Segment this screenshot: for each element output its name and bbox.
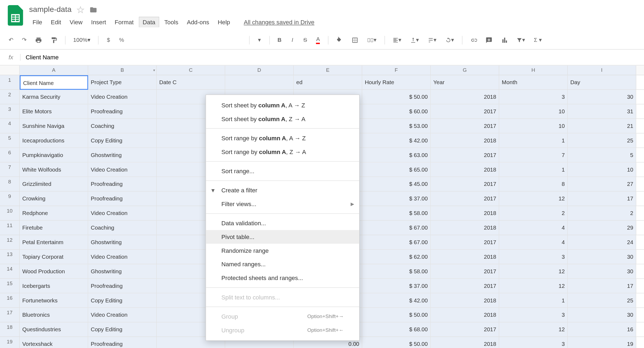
cell-13-F[interactable]: $ 62.00 bbox=[362, 250, 431, 264]
row-header-14[interactable]: 14 bbox=[0, 264, 20, 279]
cell-8-B[interactable]: Proofreading bbox=[88, 177, 157, 192]
col-header-I[interactable]: I bbox=[568, 66, 636, 75]
undo-button[interactable]: ↶ bbox=[5, 34, 17, 46]
zoom-select[interactable]: 100% ▾ bbox=[70, 35, 94, 45]
cell-11-J[interactable] bbox=[636, 221, 644, 235]
cell-2-F[interactable]: $ 50.00 bbox=[362, 90, 431, 104]
cell-17-B[interactable]: Video Creation bbox=[88, 308, 157, 322]
cell-1-H[interactable]: Month bbox=[499, 75, 568, 90]
doc-title[interactable]: sample-data bbox=[29, 5, 72, 14]
cell-13-J[interactable] bbox=[636, 250, 644, 264]
star-icon[interactable] bbox=[77, 6, 85, 13]
menu-edit[interactable]: Edit bbox=[47, 17, 65, 27]
cell-3-A[interactable]: Elite Motors bbox=[20, 104, 88, 119]
cell-7-H[interactable]: 1 bbox=[499, 162, 568, 177]
cell-1-I[interactable]: Day bbox=[568, 75, 636, 90]
cell-5-B[interactable]: Copy Editing bbox=[88, 134, 157, 148]
cell-2-G[interactable]: 2018 bbox=[431, 90, 499, 104]
row-header-4[interactable]: 4 bbox=[0, 119, 20, 134]
cell-1-A[interactable]: Client Name bbox=[20, 75, 88, 90]
row-header-19[interactable]: 19 bbox=[0, 337, 20, 348]
cell-2-H[interactable]: 3 bbox=[499, 90, 568, 104]
dd-protected[interactable]: Protected sheets and ranges... bbox=[206, 271, 359, 285]
row-header-3[interactable]: 3 bbox=[0, 104, 20, 119]
cell-16-G[interactable]: 2018 bbox=[431, 293, 499, 308]
dd-sort-sheet-za[interactable]: Sort sheet by column A, Z → A bbox=[206, 112, 359, 126]
cell-9-F[interactable]: $ 37.00 bbox=[362, 192, 431, 206]
cell-14-J[interactable] bbox=[636, 264, 644, 279]
cell-9-G[interactable]: 2017 bbox=[431, 192, 499, 206]
row-header-13[interactable]: 13 bbox=[0, 250, 20, 264]
cell-5-H[interactable]: 1 bbox=[499, 134, 568, 148]
cell-11-G[interactable]: 2018 bbox=[431, 221, 499, 235]
cell-8-A[interactable]: Grizzlimited bbox=[20, 177, 88, 192]
row-header-12[interactable]: 12 bbox=[0, 235, 20, 250]
dd-create-filter[interactable]: ▼Create a filter bbox=[206, 183, 359, 197]
cell-19-G[interactable]: 2018 bbox=[431, 337, 499, 348]
folder-icon[interactable] bbox=[89, 6, 97, 13]
dd-filter-views[interactable]: Filter views...▶ bbox=[206, 197, 359, 211]
menu-view[interactable]: View bbox=[66, 17, 86, 27]
row-header-10[interactable]: 10 bbox=[0, 206, 20, 221]
cell-4-B[interactable]: Coaching bbox=[88, 119, 157, 134]
cell-16-H[interactable]: 1 bbox=[499, 293, 568, 308]
cell-8-I[interactable]: 27 bbox=[568, 177, 636, 192]
cell-1-E[interactable]: ed bbox=[294, 75, 362, 90]
row-header-18[interactable]: 18 bbox=[0, 322, 20, 337]
cell-7-I[interactable]: 10 bbox=[568, 162, 636, 177]
cell-19-A[interactable]: Vortexshack bbox=[20, 337, 88, 348]
col-header-F[interactable]: F bbox=[362, 66, 431, 75]
cell-4-F[interactable]: $ 53.00 bbox=[362, 119, 431, 134]
cell-6-H[interactable]: 7 bbox=[499, 148, 568, 162]
cell-2-I[interactable]: 30 bbox=[568, 90, 636, 104]
cell-4-J[interactable] bbox=[636, 119, 644, 134]
strikethrough-button[interactable]: S bbox=[300, 34, 311, 46]
halign-button[interactable]: ▾ bbox=[389, 34, 405, 46]
row-header-15[interactable]: 15 bbox=[0, 279, 20, 293]
cell-6-F[interactable]: $ 63.00 bbox=[362, 148, 431, 162]
row-header-7[interactable]: 7 bbox=[0, 162, 20, 177]
cell-5-J[interactable] bbox=[636, 134, 644, 148]
drive-save-status[interactable]: All changes saved in Drive bbox=[244, 19, 314, 25]
cell-8-H[interactable]: 8 bbox=[499, 177, 568, 192]
dd-named-ranges[interactable]: Named ranges... bbox=[206, 257, 359, 271]
cell-5-A[interactable]: Icecaproductions bbox=[20, 134, 88, 148]
col-header-E[interactable]: E bbox=[294, 66, 362, 75]
bold-button[interactable]: B bbox=[274, 34, 285, 46]
cell-1-G[interactable]: Year bbox=[431, 75, 499, 90]
cell-17-A[interactable]: Bluetronics bbox=[20, 308, 88, 322]
more-formats-button[interactable]: ▾ bbox=[254, 34, 265, 46]
cell-17-I[interactable]: 30 bbox=[568, 308, 636, 322]
cell-16-F[interactable]: $ 42.00 bbox=[362, 293, 431, 308]
cell-14-A[interactable]: Wood Production bbox=[20, 264, 88, 279]
cell-13-I[interactable]: 30 bbox=[568, 250, 636, 264]
fill-color-button[interactable] bbox=[333, 34, 346, 46]
cell-3-G[interactable]: 2017 bbox=[431, 104, 499, 119]
row-header-17[interactable]: 17 bbox=[0, 308, 20, 322]
cell-17-F[interactable]: $ 50.00 bbox=[362, 308, 431, 322]
currency-button[interactable]: $ bbox=[103, 34, 114, 46]
cell-9-B[interactable]: Proofreading bbox=[88, 192, 157, 206]
filter-button[interactable]: ▾ bbox=[513, 34, 529, 46]
cell-17-J[interactable] bbox=[636, 308, 644, 322]
cell-11-I[interactable]: 29 bbox=[568, 221, 636, 235]
dd-data-validation[interactable]: Data validation... bbox=[206, 216, 359, 230]
cell-7-F[interactable]: $ 65.00 bbox=[362, 162, 431, 177]
col-header-H[interactable]: H bbox=[499, 66, 568, 75]
wrap-button[interactable]: ▾ bbox=[424, 34, 440, 46]
cell-12-G[interactable]: 2017 bbox=[431, 235, 499, 250]
row-header-6[interactable]: 6 bbox=[0, 148, 20, 162]
cell-12-J[interactable] bbox=[636, 235, 644, 250]
cell-16-A[interactable]: Fortunetworks bbox=[20, 293, 88, 308]
menu-file[interactable]: File bbox=[29, 17, 46, 27]
cell-8-F[interactable]: $ 45.00 bbox=[362, 177, 431, 192]
cell-19-B[interactable]: Proofreading bbox=[88, 337, 157, 348]
cell-1-B[interactable]: Project Type bbox=[88, 75, 157, 90]
dd-sort-range[interactable]: Sort range... bbox=[206, 164, 359, 178]
cell-10-A[interactable]: Redphone bbox=[20, 206, 88, 221]
cell-7-A[interactable]: White Wolfoods bbox=[20, 162, 88, 177]
formula-input[interactable] bbox=[21, 52, 644, 62]
row-header-1[interactable]: 1 bbox=[0, 75, 20, 90]
cell-18-G[interactable]: 2017 bbox=[431, 322, 499, 337]
cell-5-I[interactable]: 25 bbox=[568, 134, 636, 148]
